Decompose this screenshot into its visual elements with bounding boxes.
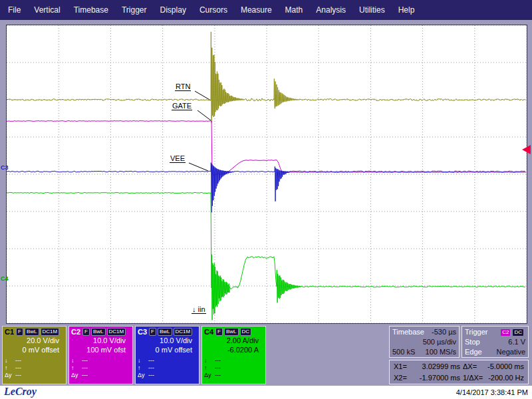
waveform-canvas (7, 25, 527, 323)
up-arrow-icon: ↑ (71, 364, 82, 372)
cursor-readouts: ↓--- ↑--- Δy--- (138, 357, 197, 379)
offset-value: 0 mV offset (138, 345, 197, 354)
trigger-mode: Stop (465, 337, 480, 347)
offset-value: 0 mV offset (5, 345, 64, 354)
vdiv-value: 10.0 V/div (71, 336, 130, 345)
up-arrow-icon: ↑ (138, 364, 148, 372)
delta-y-icon: Δy (5, 372, 15, 379)
trace-label-gate: GATE (172, 102, 192, 110)
channel-box-c3[interactable]: C3 F BwL DC1M 10.0 V/div 0 mV offset ↓--… (135, 326, 200, 384)
timebase-samples: 500 kS (392, 347, 415, 357)
gate-callout-line (198, 110, 211, 120)
trace-label-vee: VEE (170, 154, 186, 163)
menu-item-display[interactable]: Display (154, 5, 193, 15)
channel-box-c2[interactable]: C2 F BwL DC1M 10.0 V/div 100 mV ofst ↓--… (68, 326, 133, 384)
trigger-level: 6.1 V (508, 337, 525, 347)
down-arrow-icon: ↓ (71, 357, 82, 364)
channel-box-c4[interactable]: C4 F BwL DC 2.00 A/div -6.0200 A ↓--- ↑-… (201, 326, 266, 384)
dx-label: ΔX= (463, 362, 477, 372)
menu-bar: File Vertical Timebase Trigger Display C… (0, 0, 532, 20)
menu-item-vertical[interactable]: Vertical (27, 5, 66, 15)
cursor-readouts: ↓--- ↑--- Δy--- (5, 357, 64, 379)
delta-y-icon: Δy (138, 372, 148, 379)
invdx-value: -200.00 Hz (488, 373, 524, 383)
c3-level-marker[interactable]: C3 (1, 164, 9, 171)
offset-value: -6.0200 A (204, 345, 263, 354)
waveform-grid[interactable] (6, 25, 527, 324)
timebase-box[interactable]: Timebase-530 µs 500 µs/div 500 kS100 MS/… (389, 326, 460, 358)
trace-label-iin: ↓ iin (192, 305, 206, 314)
menu-item-file[interactable]: File (1, 5, 27, 15)
filter-badge: F (82, 328, 90, 336)
filter-badge: F (149, 328, 156, 336)
trace-label-rtn: RTN (175, 82, 191, 91)
delta-y-icon: Δy (204, 372, 215, 379)
datetime: 4/14/2017 3:38:41 PM (456, 388, 528, 396)
menu-item-math[interactable]: Math (279, 5, 310, 15)
channel-id: C2 (71, 328, 80, 336)
trigger-type: Edge (465, 347, 482, 357)
menu-item-trigger[interactable]: Trigger (115, 5, 154, 15)
timebase-title: Timebase (392, 327, 424, 337)
filter-badge: F (16, 328, 23, 336)
x2-value: -1.97000 ms (420, 373, 460, 383)
filter-badge: F (215, 328, 223, 336)
bwl-badge: BwL (224, 328, 239, 336)
lecroy-logo: LeCroy (4, 386, 37, 398)
channel-id: C1 (5, 328, 14, 336)
menu-item-utilities[interactable]: Utilities (352, 5, 392, 15)
offset-value: 100 mV ofst (71, 345, 130, 354)
delta-y-icon: Δy (71, 372, 82, 379)
menu-item-analysis[interactable]: Analysis (309, 5, 352, 15)
trigger-level-marker[interactable] (522, 145, 531, 154)
invdx-label: 1/ΔX= (463, 373, 483, 383)
status-bar: LeCroy 4/14/2017 3:38:41 PM (0, 386, 532, 399)
cursor-readout-box: X1=3.02999 ms ΔX=-5.0000 ms X2=-1.97000 … (389, 360, 529, 384)
dx-value: -5.0000 ms (487, 362, 524, 372)
timebase-delay: -530 µs (432, 327, 456, 337)
bwl-badge: BwL (25, 328, 39, 336)
coupling-badge: DC1M (41, 328, 60, 336)
down-arrow-icon: ↓ (192, 305, 196, 313)
menu-item-cursors[interactable]: Cursors (193, 5, 234, 15)
timebase-rate: 100 MS/s (426, 347, 456, 357)
waveform-c3 (7, 163, 525, 213)
coupling-badge: DC1M (107, 328, 126, 336)
down-arrow-icon: ↓ (204, 357, 215, 364)
vdiv-value: 20.0 V/div (5, 336, 64, 345)
coupling-badge: DC (240, 328, 252, 336)
coupling-badge: DC1M (174, 328, 193, 336)
trigger-title: Trigger (465, 327, 487, 337)
bwl-badge: BwL (158, 328, 172, 336)
channel-box-c1[interactable]: C1 F BwL DC1M 20.0 V/div 0 mV offset ↓--… (2, 326, 66, 384)
channel-id: C3 (138, 328, 147, 336)
menu-item-help[interactable]: Help (392, 5, 422, 15)
menu-item-timebase[interactable]: Timebase (67, 5, 115, 15)
c4-level-marker[interactable]: C4 (1, 275, 9, 282)
trigger-box[interactable]: Trigger C2 DC Stop6.1 V EdgeNegative (462, 326, 529, 358)
bwl-badge: BwL (91, 328, 106, 336)
trigger-coupling-badge: DC (512, 329, 524, 336)
waveform-c1 (7, 32, 525, 123)
cursor-readouts: ↓--- ↑--- Δy--- (71, 357, 130, 379)
x2-label: X2= (394, 373, 407, 383)
down-arrow-icon: ↓ (138, 357, 148, 364)
trigger-source-badge: C2 (500, 329, 511, 336)
menu-item-measure[interactable]: Measure (234, 5, 279, 15)
channel-id: C4 (204, 328, 213, 336)
vdiv-value: 10.0 V/div (138, 336, 197, 345)
timebase-per-div: 500 µs/div (423, 337, 456, 347)
down-arrow-icon: ↓ (5, 357, 15, 364)
trigger-slope: Negative (497, 347, 525, 357)
cursor-readouts: ↓--- ↑--- Δy--- (204, 357, 263, 379)
x1-value: 3.02999 ms (422, 362, 460, 372)
rtn-callout-line (195, 91, 211, 100)
vee-callout-line (189, 163, 208, 171)
up-arrow-icon: ↑ (204, 364, 215, 372)
x1-label: X1= (394, 362, 407, 372)
up-arrow-icon: ↑ (5, 364, 15, 372)
adiv-value: 2.00 A/div (204, 336, 263, 345)
